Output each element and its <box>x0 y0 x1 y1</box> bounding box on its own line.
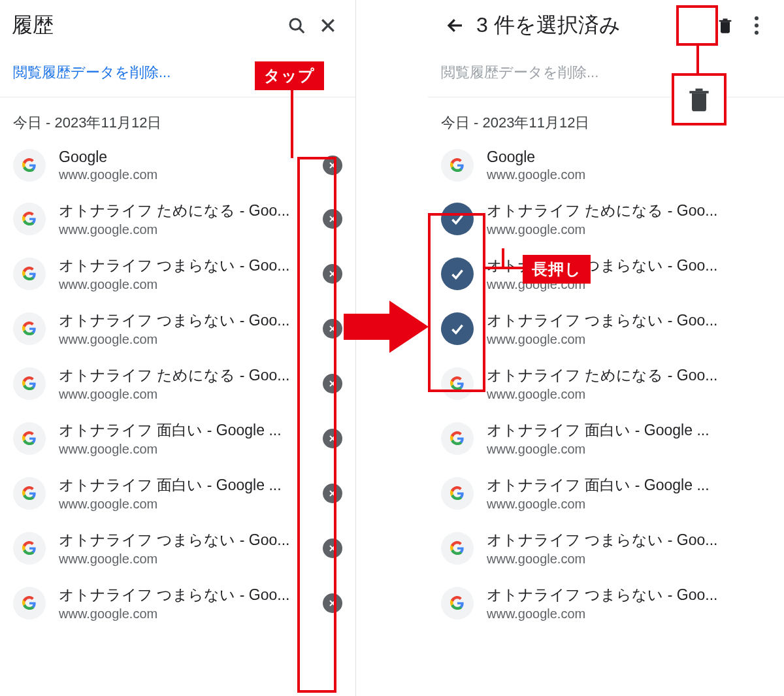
history-item[interactable]: オトナライフ つまらない - Goo... www.google.com <box>428 246 784 301</box>
remove-item-icon[interactable] <box>323 264 342 284</box>
date-header: 今日 - 2023年11月12日 <box>428 97 784 139</box>
history-item[interactable]: Google www.google.com <box>0 139 355 191</box>
google-favicon-icon <box>441 587 474 620</box>
history-item-text: オトナライフ つまらない - Goo... www.google.com <box>487 310 776 347</box>
remove-item-icon[interactable] <box>323 429 342 448</box>
trash-icon[interactable] <box>710 10 741 41</box>
remove-item-icon[interactable] <box>323 374 342 393</box>
history-item-text: Google www.google.com <box>487 148 776 182</box>
remove-item-icon[interactable] <box>323 484 342 503</box>
svg-point-0 <box>290 19 301 29</box>
google-favicon-icon <box>441 149 474 182</box>
history-item[interactable]: オトナライフ つまらない - Goo... www.google.com <box>0 301 355 356</box>
history-item-title: オトナライフ 面白い - Google ... <box>59 420 310 440</box>
remove-item-icon[interactable] <box>323 319 342 339</box>
history-item-title: オトナライフ 面白い - Google ... <box>487 475 776 495</box>
history-item-title: オトナライフ つまらない - Goo... <box>59 256 310 276</box>
history-item[interactable]: オトナライフ つまらない - Goo... www.google.com <box>0 246 355 301</box>
google-favicon-icon <box>13 532 46 565</box>
history-item[interactable]: Google www.google.com <box>428 139 784 191</box>
history-item[interactable]: オトナライフ ためになる - Goo... www.google.com <box>0 191 355 246</box>
google-favicon-icon <box>441 367 474 400</box>
history-item[interactable]: オトナライフ 面白い - Google ... www.google.com <box>428 411 784 466</box>
history-item-title: オトナライフ ためになる - Goo... <box>487 365 776 386</box>
history-item-url: www.google.com <box>59 167 310 182</box>
remove-item-icon[interactable] <box>323 209 342 229</box>
history-item-url: www.google.com <box>487 497 776 512</box>
history-item-url: www.google.com <box>487 167 776 182</box>
google-favicon-icon <box>13 587 46 620</box>
history-item[interactable]: オトナライフ つまらない - Goo... www.google.com <box>428 521 784 576</box>
history-item-url: www.google.com <box>487 606 776 621</box>
history-item[interactable]: オトナライフ ためになる - Goo... www.google.com <box>0 356 355 411</box>
google-favicon-icon <box>13 149 46 182</box>
history-item-text: オトナライフ ためになる - Goo... www.google.com <box>487 201 776 237</box>
close-icon[interactable] <box>312 10 344 41</box>
history-item-text: オトナライフ つまらない - Goo... www.google.com <box>59 310 310 347</box>
back-icon[interactable] <box>440 10 471 41</box>
history-item[interactable]: オトナライフ 面白い - Google ... www.google.com <box>0 466 355 521</box>
history-item[interactable]: オトナライフ つまらない - Goo... www.google.com <box>428 576 784 631</box>
history-item-text: オトナライフ 面白い - Google ... www.google.com <box>59 475 310 512</box>
clear-browsing-data-link[interactable]: 閲覧履歴データを削除... <box>0 51 355 97</box>
header-right: 3 件を選択済み <box>428 0 784 51</box>
history-item-url: www.google.com <box>487 277 776 292</box>
history-item-text: Google www.google.com <box>59 148 310 182</box>
remove-item-icon[interactable] <box>323 593 342 613</box>
history-item[interactable]: オトナライフ 面白い - Google ... www.google.com <box>0 411 355 466</box>
svg-marker-23 <box>344 301 429 353</box>
history-item-url: www.google.com <box>59 552 310 567</box>
history-item-url: www.google.com <box>59 222 310 237</box>
history-list: Google www.google.com オトナライフ ためになる - Goo… <box>428 139 784 631</box>
history-item-title: オトナライフ つまらない - Goo... <box>59 310 310 331</box>
history-item-url: www.google.com <box>487 222 776 237</box>
google-favicon-icon <box>13 257 46 290</box>
history-item-title: オトナライフ つまらない - Goo... <box>59 585 310 605</box>
history-list: Google www.google.com オトナライフ ためになる - Goo… <box>0 139 355 631</box>
history-selection-screen: 3 件を選択済み 閲覧履歴データを削除... 今日 - 2023年11月12日 … <box>428 0 784 696</box>
clear-browsing-data-link-disabled: 閲覧履歴データを削除... <box>428 51 784 97</box>
history-item-title: オトナライフ つまらない - Goo... <box>487 530 776 550</box>
google-favicon-icon <box>441 532 474 565</box>
google-favicon-icon <box>13 203 46 235</box>
history-item-text: オトナライフ ためになる - Goo... www.google.com <box>487 365 776 402</box>
history-item[interactable]: オトナライフ ためになる - Goo... www.google.com <box>428 356 784 411</box>
history-item-text: オトナライフ 面白い - Google ... www.google.com <box>487 420 776 457</box>
history-item-text: オトナライフ つまらない - Goo... www.google.com <box>487 530 776 567</box>
history-item[interactable]: オトナライフ つまらない - Goo... www.google.com <box>428 301 784 356</box>
history-item-text: オトナライフ 面白い - Google ... www.google.com <box>487 475 776 512</box>
history-item-title: オトナライフ つまらない - Goo... <box>59 530 310 550</box>
history-item-url: www.google.com <box>59 606 310 621</box>
history-item[interactable]: オトナライフ つまらない - Goo... www.google.com <box>0 576 355 631</box>
history-item-title: オトナライフ つまらない - Goo... <box>487 310 776 331</box>
history-item-title: オトナライフ つまらない - Goo... <box>487 585 776 605</box>
history-item[interactable]: オトナライフ つまらない - Goo... www.google.com <box>0 521 355 576</box>
history-item-url: www.google.com <box>59 277 310 292</box>
history-item[interactable]: オトナライフ 面白い - Google ... www.google.com <box>428 466 784 521</box>
history-item-title: オトナライフ ためになる - Goo... <box>59 365 310 386</box>
google-favicon-icon <box>13 477 46 510</box>
history-item-text: オトナライフ ためになる - Goo... www.google.com <box>59 365 310 402</box>
history-item-text: オトナライフ つまらない - Goo... www.google.com <box>59 256 310 292</box>
history-item-title: オトナライフ つまらない - Goo... <box>487 256 776 276</box>
history-item-text: オトナライフ つまらない - Goo... www.google.com <box>487 585 776 621</box>
page-title: 履歴 <box>12 11 281 40</box>
history-item-title: オトナライフ 面白い - Google ... <box>59 475 310 495</box>
history-item-text: オトナライフ つまらない - Goo... www.google.com <box>59 585 310 621</box>
google-favicon-icon <box>13 367 46 400</box>
history-item-url: www.google.com <box>487 332 776 347</box>
google-favicon-icon <box>441 477 474 510</box>
selected-check-icon[interactable] <box>441 312 474 345</box>
remove-item-icon[interactable] <box>323 156 342 175</box>
selected-check-icon[interactable] <box>441 257 474 290</box>
history-item-text: オトナライフ つまらない - Goo... www.google.com <box>59 530 310 567</box>
history-item-url: www.google.com <box>59 497 310 512</box>
selection-count-title: 3 件を選択済み <box>476 11 710 40</box>
history-item[interactable]: オトナライフ ためになる - Goo... www.google.com <box>428 191 784 246</box>
more-icon[interactable] <box>741 10 772 41</box>
search-icon[interactable] <box>281 10 312 41</box>
remove-item-icon[interactable] <box>323 539 342 558</box>
history-item-url: www.google.com <box>487 387 776 402</box>
selected-check-icon[interactable] <box>441 203 474 235</box>
history-item-url: www.google.com <box>487 552 776 567</box>
